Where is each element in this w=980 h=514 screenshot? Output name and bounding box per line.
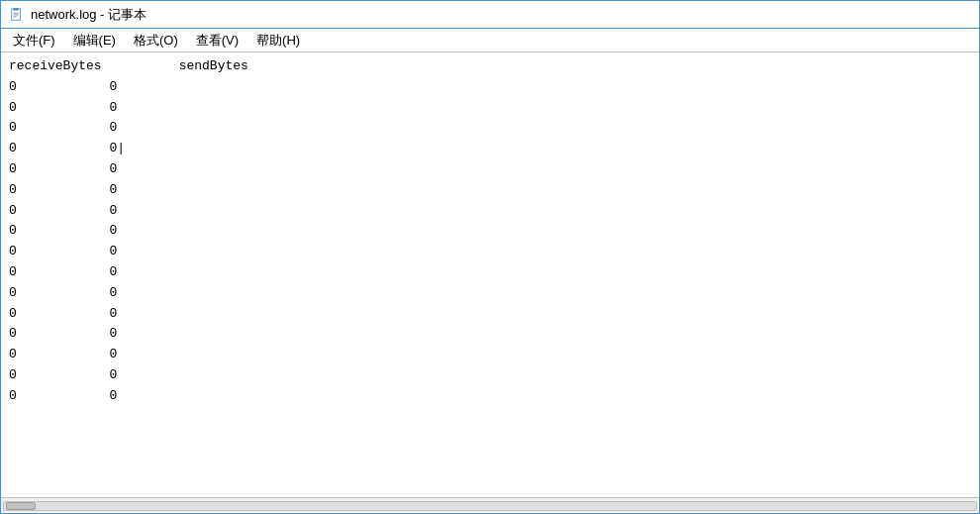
menu-format[interactable]: 格式(O) [126, 30, 186, 51]
notepad-icon [9, 7, 25, 23]
scrollbar-thumb[interactable] [6, 502, 36, 510]
menu-help[interactable]: 帮助(H) [248, 30, 308, 51]
scrollbar-track[interactable] [3, 501, 977, 511]
menu-bar: 文件(F) 编辑(E) 格式(O) 查看(V) 帮助(H) [1, 29, 979, 52]
main-window: network.log - 记事本 文件(F) 编辑(E) 格式(O) 查看(V… [0, 0, 980, 514]
menu-file[interactable]: 文件(F) [5, 30, 63, 51]
menu-edit[interactable]: 编辑(E) [65, 30, 124, 51]
svg-rect-1 [14, 8, 19, 11]
content-text: receiveBytes sendBytes 0 0 0 0 0 0 0 0| … [9, 56, 971, 407]
horizontal-scrollbar[interactable] [1, 497, 979, 513]
content-area[interactable]: receiveBytes sendBytes 0 0 0 0 0 0 0 0| … [1, 52, 979, 497]
menu-view[interactable]: 查看(V) [188, 30, 246, 51]
title-bar-text: network.log - 记事本 [31, 6, 147, 24]
title-bar: network.log - 记事本 [1, 1, 979, 29]
